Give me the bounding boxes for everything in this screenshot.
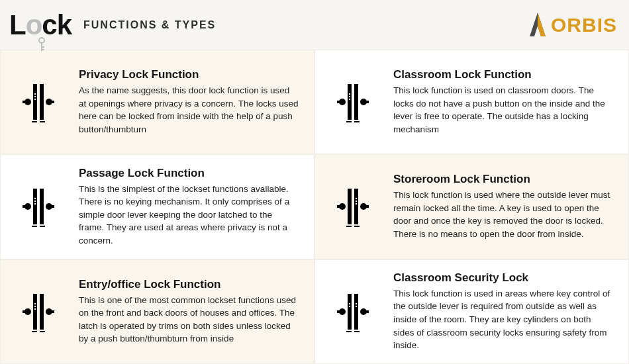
lock-icon-wrap (9, 289, 68, 335)
svg-rect-2 (42, 46, 44, 48)
lock-hardware-icon (19, 79, 58, 125)
lock-card: Entry/office Lock Function This is one o… (0, 259, 314, 364)
lock-card-content: Classroom Lock Function This lock functi… (393, 68, 614, 136)
svg-rect-6 (33, 84, 37, 120)
svg-rect-62 (354, 294, 358, 330)
lock-card-content: Storeroom Lock Function This lock functi… (393, 173, 614, 240)
svg-rect-14 (34, 99, 36, 100)
svg-rect-13 (34, 96, 36, 97)
svg-rect-25 (349, 99, 350, 100)
svg-rect-68 (349, 306, 350, 307)
brand-logo: ORBIS (524, 11, 617, 39)
svg-rect-55 (49, 310, 54, 313)
svg-rect-31 (23, 205, 28, 208)
svg-rect-35 (34, 201, 36, 202)
lock-card-title: Classroom Lock Function (393, 68, 614, 81)
svg-rect-42 (337, 205, 342, 208)
svg-rect-49 (354, 226, 360, 227)
lock-logo-o: o (26, 9, 42, 40)
svg-rect-28 (33, 189, 37, 224)
lock-icon-wrap (9, 79, 68, 125)
lock-card: Classroom Security Lock This lock functi… (314, 259, 629, 364)
lock-icon-wrap (323, 183, 383, 230)
lock-icon-wrap (323, 79, 383, 125)
svg-rect-12 (34, 93, 36, 95)
lock-hardware-icon (333, 183, 373, 230)
svg-rect-36 (34, 203, 36, 205)
svg-rect-15 (32, 121, 37, 122)
svg-rect-26 (346, 121, 352, 122)
lock-icon-wrap (323, 289, 383, 335)
lock-card-content: Privacy Lock Function As the name sugges… (79, 68, 299, 136)
lock-card-desc: This lock function is used on classroom … (393, 84, 614, 136)
svg-rect-38 (40, 226, 45, 227)
svg-rect-70 (356, 306, 357, 307)
page-subtitle: FUNCTIONS & TYPES (83, 19, 216, 31)
svg-rect-57 (34, 306, 36, 307)
lock-card: Classroom Lock Function This lock functi… (314, 50, 629, 154)
svg-rect-3 (42, 49, 44, 50)
svg-rect-58 (34, 308, 36, 310)
svg-rect-67 (349, 303, 350, 304)
lock-card: Privacy Lock Function As the name sugges… (0, 50, 314, 154)
lock-card: Passage Lock Function This is the simple… (0, 154, 314, 259)
page-header: Lock FUNCTIONS & TYPES ORBIS (0, 0, 629, 50)
lock-logo-prefix: L (9, 9, 26, 40)
svg-rect-39 (348, 189, 352, 224)
lock-card-title: Passage Lock Function (79, 167, 299, 180)
svg-rect-61 (348, 294, 352, 330)
svg-rect-17 (348, 84, 352, 120)
svg-rect-56 (34, 303, 36, 304)
brand-icon (524, 11, 551, 39)
svg-rect-7 (40, 84, 44, 120)
svg-rect-27 (354, 121, 360, 122)
svg-rect-47 (356, 203, 357, 205)
brand-text: ORBIS (551, 14, 617, 36)
lock-card-title: Storeroom Lock Function (393, 173, 614, 186)
svg-rect-60 (40, 331, 45, 332)
svg-rect-33 (49, 205, 54, 208)
svg-rect-51 (40, 294, 44, 330)
svg-rect-50 (33, 294, 37, 330)
lock-icon-wrap (9, 183, 68, 230)
lock-card-desc: This lock function is used in areas wher… (393, 287, 614, 352)
svg-rect-34 (34, 198, 36, 199)
svg-rect-71 (346, 331, 352, 332)
svg-rect-20 (337, 101, 342, 103)
lock-card-desc: As the name suggests, this door lock fun… (79, 84, 299, 136)
svg-rect-69 (356, 303, 357, 304)
lock-card-content: Entry/office Lock Function This is one o… (79, 278, 299, 345)
lock-logo: Lock (9, 9, 72, 41)
svg-rect-72 (354, 331, 360, 332)
svg-rect-59 (32, 331, 37, 332)
lock-card-title: Privacy Lock Function (79, 68, 299, 81)
lock-hardware-icon (333, 289, 373, 335)
lock-grid: Privacy Lock Function As the name sugges… (0, 50, 629, 364)
svg-rect-1 (41, 43, 42, 51)
lock-hardware-icon (19, 289, 58, 335)
svg-marker-5 (538, 13, 546, 36)
lock-card: Storeroom Lock Function This lock functi… (314, 154, 629, 259)
svg-rect-44 (363, 205, 369, 208)
svg-rect-22 (363, 101, 369, 103)
svg-rect-16 (40, 121, 45, 122)
key-icon (37, 37, 46, 55)
lock-hardware-icon (19, 183, 58, 230)
lock-card-content: Passage Lock Function This is the simple… (79, 167, 299, 248)
lock-card-title: Entry/office Lock Function (79, 278, 299, 291)
svg-rect-66 (363, 310, 369, 313)
lock-card-content: Classroom Security Lock This lock functi… (393, 271, 614, 352)
svg-rect-24 (349, 96, 350, 97)
lock-hardware-icon (333, 79, 373, 125)
svg-rect-11 (49, 101, 54, 103)
lock-card-desc: This is the simplest of the lockset func… (79, 183, 299, 248)
svg-rect-46 (356, 201, 357, 202)
svg-rect-53 (23, 310, 28, 313)
lock-card-desc: This is one of the most common lockset f… (79, 294, 299, 345)
svg-rect-9 (23, 101, 28, 103)
lock-logo-suffix: ck (42, 9, 72, 40)
svg-rect-29 (40, 189, 44, 224)
svg-rect-23 (349, 93, 350, 95)
svg-point-0 (39, 38, 44, 43)
svg-rect-45 (356, 198, 357, 199)
